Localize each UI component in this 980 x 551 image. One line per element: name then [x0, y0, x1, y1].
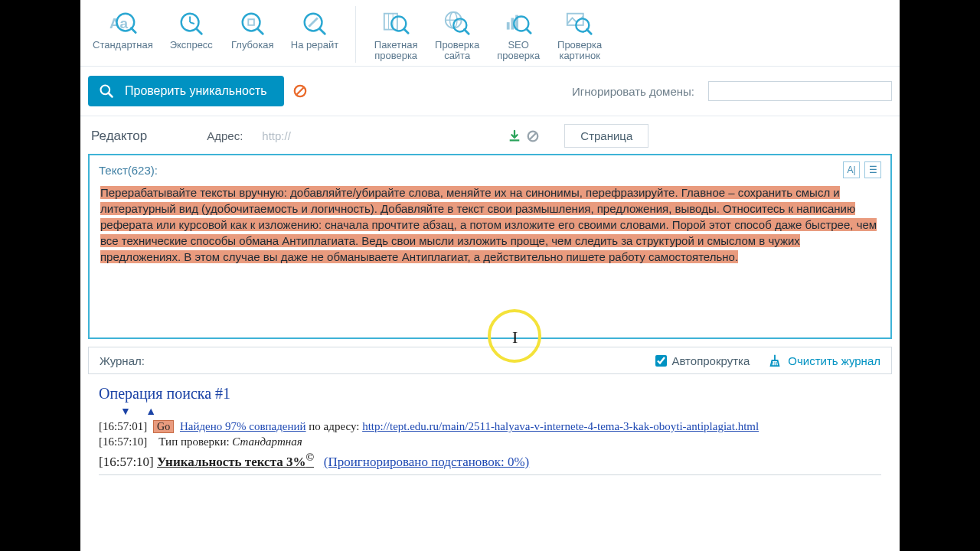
page-tab[interactable]: Страница [564, 124, 648, 148]
toolbar-label: На рерайт [291, 40, 338, 51]
go-badge[interactable]: Go [153, 420, 174, 433]
svg-line-11 [320, 29, 325, 34]
text-magnifier-icon: Aa [108, 9, 137, 38]
log-label: Журнал: [100, 354, 145, 367]
log-text: Тип проверки: [158, 435, 232, 448]
search-icon [99, 83, 114, 99]
check-type: Стандартная [232, 435, 302, 448]
check-uniqueness-button[interactable]: Проверить уникальность [88, 76, 284, 106]
text-editor[interactable]: Перерабатывайте тексты вручную: добавляй… [90, 184, 890, 337]
download-icon[interactable] [508, 129, 521, 143]
stack-magnifier-icon [381, 9, 410, 38]
ignore-domains-label: Игнорировать домены: [572, 85, 694, 98]
operation-title: Операция поиска #1 [99, 385, 881, 403]
broom-icon [768, 354, 782, 367]
log-line: [16:57:10] Уникальность текста 3%© (Прои… [99, 451, 881, 470]
clock-magnifier-icon [177, 9, 206, 38]
svg-line-6 [196, 29, 201, 34]
checkbox-label: Автопрокрутка [671, 354, 750, 367]
block-icon[interactable] [526, 129, 540, 143]
log-time: [16:57:10] [99, 455, 154, 469]
chart-magnifier-icon [504, 9, 533, 38]
cancel-icon[interactable] [293, 84, 307, 98]
autoscroll-input[interactable] [655, 355, 667, 367]
pencil-magnifier-icon [300, 9, 329, 38]
svg-line-5 [190, 22, 194, 24]
text-panel: Текст(623): A| ☰ Перерабатывайте тексты … [88, 154, 892, 339]
log-text: по адресу: [309, 420, 362, 432]
svg-line-31 [109, 93, 113, 97]
mode-images[interactable]: Проверка картинок [552, 6, 607, 63]
button-label: Проверить уникальность [125, 84, 267, 98]
address-label: Адрес: [207, 129, 243, 142]
top-toolbar: Aa Стандартная Экспресс Глубокая На рера… [80, 0, 900, 67]
ignore-domains-input[interactable] [708, 81, 892, 101]
log-time: [16:57:10] [99, 435, 147, 448]
toolbar-label: Стандартная [93, 40, 153, 51]
svg-line-36 [530, 132, 537, 139]
toolbar-label: Проверка сайта [435, 40, 479, 61]
svg-line-26 [527, 29, 531, 34]
svg-line-21 [465, 30, 469, 34]
layout-icon[interactable]: ☰ [864, 161, 881, 178]
text-count-label: Текст(623): [99, 164, 158, 177]
mode-batch[interactable]: Пакетная проверка [368, 6, 423, 63]
log-line: [16:57:10] Тип проверки: Стандартная [99, 435, 881, 448]
svg-line-8 [257, 29, 263, 34]
format-icon[interactable]: A| [843, 161, 860, 178]
toolbar-label: Пакетная проверка [374, 40, 418, 61]
highlighted-text: Перерабатывайте тексты вручную: добавляй… [100, 186, 877, 263]
clear-label: Очистить журнал [788, 354, 880, 367]
mode-seo[interactable]: SEO проверка [491, 6, 546, 63]
log-line: [16:57:01] Go Найдено 97% совпадений по … [99, 420, 881, 433]
found-link[interactable]: Найдено 97% совпадений [180, 420, 306, 432]
mode-standard[interactable]: Aa Стандартная [88, 6, 158, 52]
mode-express[interactable]: Экспресс [164, 6, 219, 52]
mode-rewrite[interactable]: На рерайт [286, 6, 343, 52]
svg-rect-22 [507, 22, 510, 29]
uniqueness-result[interactable]: Уникальность текста 3%© [157, 455, 314, 469]
match-url[interactable]: http://tept.edu.ru/main/2511-halyava-v-i… [362, 420, 759, 432]
toolbar-label: Проверка картинок [557, 40, 602, 61]
ignored-link[interactable]: (Проигнорировано подстановок: 0%) [324, 455, 529, 469]
svg-rect-12 [384, 14, 397, 30]
autoscroll-checkbox[interactable]: Автопрокрутка [655, 354, 750, 367]
mode-site[interactable]: Проверка сайта [430, 6, 485, 63]
svg-line-29 [587, 30, 592, 34]
spade-magnifier-icon [238, 9, 267, 38]
clear-log-button[interactable]: Очистить журнал [768, 354, 880, 367]
sort-arrows[interactable]: ▼ ▲ [120, 406, 881, 418]
editor-tab[interactable]: Редактор [91, 129, 147, 144]
svg-line-10 [309, 18, 317, 26]
log-body: Операция поиска #1 ▼ ▲ [16:57:01] Go Най… [88, 379, 892, 478]
svg-line-33 [296, 88, 303, 95]
image-magnifier-icon [565, 9, 594, 38]
mode-deep[interactable]: Глубокая [225, 6, 280, 52]
globe-magnifier-icon [443, 9, 472, 38]
svg-line-16 [404, 29, 409, 34]
log-time: [16:57:01] [99, 420, 147, 432]
toolbar-label: Глубокая [231, 40, 273, 51]
svg-line-2 [132, 28, 136, 33]
toolbar-label: SEO проверка [497, 40, 540, 61]
address-input[interactable] [256, 127, 494, 145]
toolbar-label: Экспресс [170, 40, 213, 51]
